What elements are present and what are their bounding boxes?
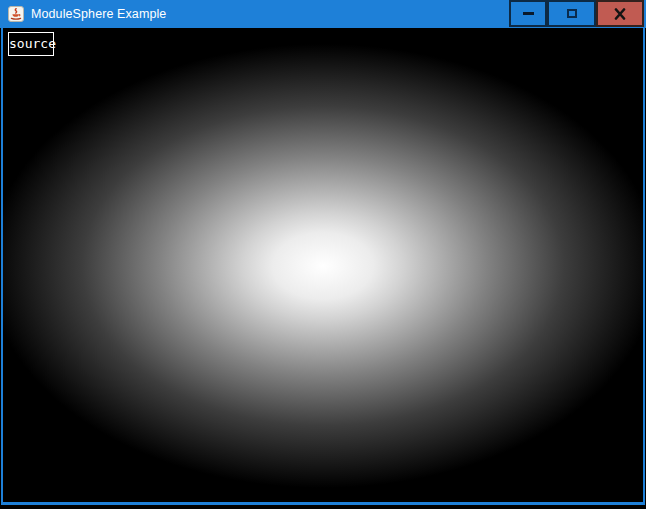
close-icon — [614, 8, 626, 20]
app-window: ModuleSphere Example source — [0, 0, 646, 509]
window-title: ModuleSphere Example — [31, 0, 166, 28]
window-border-left — [1, 28, 3, 505]
close-button[interactable] — [596, 0, 644, 27]
window-controls — [509, 0, 644, 27]
maximize-button[interactable] — [547, 0, 596, 27]
source-button[interactable]: source — [8, 32, 54, 56]
window-border-right — [643, 28, 645, 505]
title-bar[interactable]: ModuleSphere Example — [0, 0, 646, 28]
window-border-bottom — [1, 502, 645, 505]
minimize-button[interactable] — [509, 0, 547, 27]
minimize-icon — [523, 12, 534, 15]
java-coffee-cup-icon — [8, 6, 24, 22]
maximize-icon — [567, 9, 577, 18]
render-canvas[interactable]: source — [2, 28, 644, 502]
